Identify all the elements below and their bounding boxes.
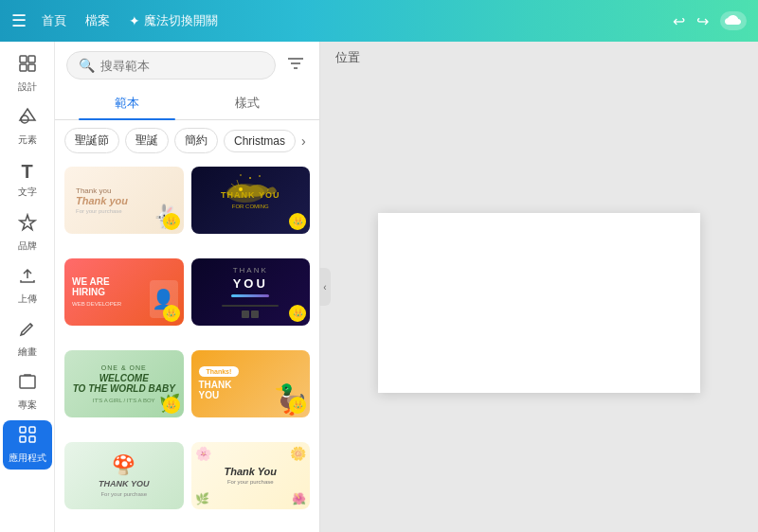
svg-rect-10: [29, 436, 35, 442]
svg-rect-8: [29, 427, 35, 433]
tag-christmas[interactable]: 聖誕: [125, 128, 169, 153]
svg-rect-3: [28, 64, 35, 71]
undo-button[interactable]: ↩: [673, 12, 685, 30]
template-card-6[interactable]: Thanks! THANKYOU 🦆 👑: [191, 350, 311, 417]
svg-rect-6: [20, 376, 35, 388]
svg-marker-5: [20, 109, 35, 120]
header-actions: ↩ ↪: [673, 11, 747, 30]
cloud-icon: [725, 15, 742, 27]
svg-rect-2: [20, 64, 27, 71]
card-badge-6: 👑: [289, 397, 306, 414]
panel: 🔍 範本 樣式 聖誕節 聖誕 簡約 Christmas ›: [55, 42, 320, 532]
sidebar-icons: 設計 元素 T 文字 品牌: [0, 42, 55, 532]
template-card-3[interactable]: WE AREHIRING WEB DEVELOPER 👤 👑: [64, 258, 184, 326]
nav-files[interactable]: 檔案: [85, 12, 110, 29]
nav-home[interactable]: 首頁: [42, 12, 66, 29]
card-badge-3: 👑: [163, 305, 180, 322]
template-card-8[interactable]: 🌸 🌼 Thank You For your purchase 🌿 🌺: [191, 442, 311, 509]
elements-label: 元素: [18, 133, 37, 147]
redo-button[interactable]: ↪: [696, 12, 709, 30]
magic-icon: ✦: [129, 13, 140, 28]
tab-templates[interactable]: 範本: [66, 87, 188, 119]
text-label: 文字: [18, 186, 37, 199]
template-card-7[interactable]: 🍄 THANK YOU For your purchase: [64, 442, 184, 509]
card-badge-4: 👑: [289, 305, 306, 322]
search-box[interactable]: 🔍: [66, 51, 276, 80]
sidebar-item-apps[interactable]: 應用程式: [3, 420, 52, 470]
svg-point-15: [239, 187, 243, 191]
main-layout: 設計 元素 T 文字 品牌: [0, 42, 758, 532]
sidebar-item-elements[interactable]: 元素: [3, 102, 52, 151]
canvas-area: 位置: [320, 42, 758, 532]
draw-label: 繪畫: [18, 346, 37, 359]
svg-rect-7: [20, 427, 26, 433]
header-nav: 首頁 檔案 ✦ 魔法切換開關: [42, 12, 218, 29]
brand-label: 品牌: [18, 239, 37, 253]
sidebar-item-upload[interactable]: 上傳: [3, 261, 52, 310]
card-badge-2: 👑: [289, 213, 306, 230]
card-badge-1: 👑: [163, 213, 180, 230]
elements-icon: [18, 107, 37, 131]
upload-icon: [18, 266, 37, 290]
tag-christmas-en[interactable]: Christmas: [224, 130, 296, 152]
tag-simple[interactable]: 簡約: [174, 128, 218, 153]
svg-point-20: [240, 174, 242, 176]
sidebar-item-design[interactable]: 設計: [3, 49, 52, 98]
svg-rect-9: [20, 436, 26, 442]
search-icon: 🔍: [79, 58, 95, 73]
sidebar-item-draw[interactable]: 繪畫: [3, 314, 52, 364]
templates-grid: Thank you Thank you For your purchase 🐇 …: [55, 161, 319, 532]
canvas-workspace[interactable]: [320, 74, 758, 532]
sidebar-item-brand[interactable]: 品牌: [3, 208, 52, 257]
tags-row: 聖誕節 聖誕 簡約 Christmas ›: [55, 120, 319, 161]
svg-point-19: [259, 175, 261, 177]
cloud-save-button[interactable]: [720, 11, 747, 30]
svg-rect-1: [28, 56, 35, 62]
tags-more-icon[interactable]: ›: [301, 133, 306, 149]
svg-point-18: [249, 177, 251, 179]
projects-label: 專案: [18, 399, 37, 412]
card-badge-5: 👑: [163, 397, 180, 414]
magic-label: 魔法切換開關: [144, 12, 218, 29]
apps-icon: [18, 425, 37, 449]
apps-label: 應用程式: [9, 452, 46, 465]
template-card-5[interactable]: ONE & ONE WELCOMETO THE WORLD BABY IT'S …: [64, 350, 184, 417]
canvas-page: [378, 213, 700, 393]
sidebar-item-projects[interactable]: 專案: [3, 367, 52, 417]
search-input[interactable]: [100, 59, 263, 73]
tab-styles[interactable]: 樣式: [188, 87, 309, 119]
magic-switch[interactable]: ✦ 魔法切換開關: [129, 12, 218, 29]
sidebar-item-text[interactable]: T 文字: [3, 155, 52, 204]
tag-christmas-eve[interactable]: 聖誕節: [64, 128, 119, 153]
brand-icon: [18, 213, 37, 237]
template-card-2[interactable]: THANK YOU FOR COMING: [191, 167, 311, 234]
draw-icon: [18, 319, 37, 343]
design-label: 設計: [18, 80, 37, 94]
upload-label: 上傳: [18, 293, 37, 306]
template-card-1[interactable]: Thank you Thank you For your purchase 🐇 …: [64, 167, 184, 234]
template-card-4[interactable]: THANK YOU 👑: [191, 258, 311, 326]
header: ☰ 首頁 檔案 ✦ 魔法切換開關 ↩ ↪: [0, 0, 758, 42]
menu-icon[interactable]: ☰: [11, 10, 27, 31]
panel-tabs: 範本 樣式: [55, 87, 319, 120]
projects-icon: [18, 372, 37, 396]
panel-collapse-button[interactable]: ‹: [319, 268, 331, 306]
filter-icon: [287, 57, 304, 70]
text-icon: T: [21, 161, 32, 183]
canvas-label: 位置: [320, 42, 758, 74]
svg-rect-0: [20, 56, 27, 62]
design-icon: [18, 54, 37, 78]
filter-button[interactable]: [283, 53, 308, 78]
panel-search: 🔍: [55, 42, 319, 87]
